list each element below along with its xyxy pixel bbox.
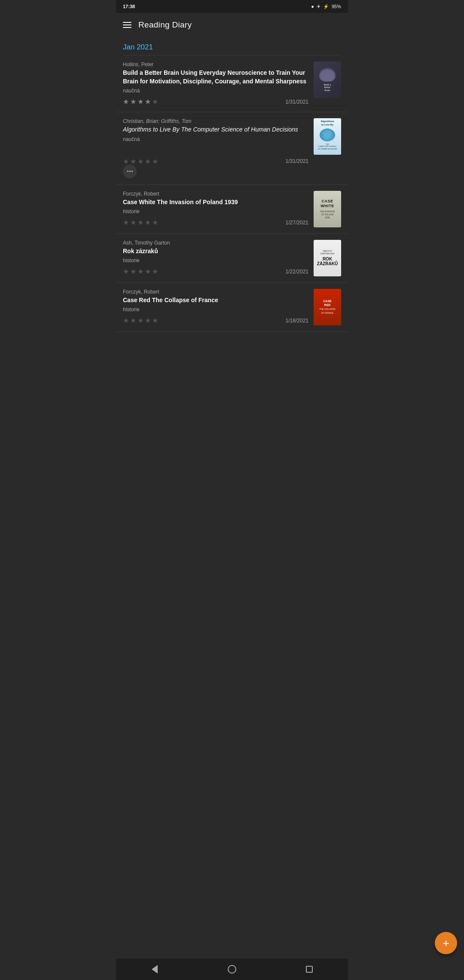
star-4: ★ xyxy=(145,267,151,276)
book-genre: naučná xyxy=(123,88,308,94)
book-date: 1/27/2021 xyxy=(286,220,308,226)
book-genre: naučná xyxy=(123,136,308,142)
book-title: Algorithms to Live By The Computer Scien… xyxy=(123,126,308,134)
book-footer: ★ ★ ★ ★ ★ 1/22/2021 xyxy=(123,267,308,276)
book-cover: TIMOTHYGARTON ASH ROKZÁZRAKŮ xyxy=(314,240,341,276)
star-5: ★ xyxy=(152,316,158,325)
star-2: ★ xyxy=(130,218,136,227)
book-genre: historie xyxy=(123,306,308,312)
star-3: ★ xyxy=(137,98,143,106)
status-bar: 17:38 ● ✈ ⚡ 95% xyxy=(116,0,348,13)
book-cover: Build aBetterBrain xyxy=(314,61,341,98)
section-month-label: Jan 2021 xyxy=(123,43,153,51)
star-2: ★ xyxy=(130,157,136,165)
book-author: Hollins, Peter xyxy=(123,61,308,67)
star-1: ★ xyxy=(123,316,129,325)
book-footer: ★ ★ ★ ★ ★ 1/18/2021 xyxy=(123,316,308,325)
book-author: Christian, Brian; Griffiths, Tom xyxy=(123,118,308,124)
menu-button[interactable] xyxy=(123,22,131,28)
star-3: ★ xyxy=(137,157,143,165)
book-cover: CASEWHITE THE INVASIONOF POLAND1939 xyxy=(314,191,341,227)
star-2: ★ xyxy=(130,316,136,325)
book-rating: ★ ★ ★ ★ ★ xyxy=(123,267,158,276)
book-info: Christian, Brian; Griffiths, Tom Algorit… xyxy=(123,118,308,178)
book-entry[interactable]: Hollins, Peter Build a Better Brain Usin… xyxy=(116,55,348,112)
star-5: ★ xyxy=(152,98,158,106)
book-rating: ★ ★ ★ ★ ★ xyxy=(123,316,158,325)
star-2: ★ xyxy=(130,267,136,276)
book-author: Forczyk, Robert xyxy=(123,289,308,295)
star-3: ★ xyxy=(137,316,143,325)
book-entry[interactable]: Forczyk, Robert Case White The Invasion … xyxy=(116,185,348,234)
book-rating: ★ ★ ★ ★ ★ xyxy=(123,157,158,165)
star-5: ★ xyxy=(152,267,158,276)
star-3: ★ xyxy=(137,267,143,276)
book-title: Case Red The Collapse of France xyxy=(123,296,308,305)
star-5: ★ xyxy=(152,218,158,227)
more-options-dots-icon xyxy=(127,171,133,172)
star-3: ★ xyxy=(137,218,143,227)
book-entry[interactable]: Ash, Timothy Garton Rok zázraků historie… xyxy=(116,234,348,283)
app-bar: Reading Diary xyxy=(116,13,348,37)
star-1: ★ xyxy=(123,218,129,227)
book-date: 1/31/2021 xyxy=(286,99,308,105)
book-info: Forczyk, Robert Case Red The Collapse of… xyxy=(123,289,308,325)
battery-percent: 95% xyxy=(332,4,341,9)
book-info: Hollins, Peter Build a Better Brain Usin… xyxy=(123,61,308,106)
book-genre: historie xyxy=(123,208,308,214)
book-footer: ★ ★ ★ ★ ★ 1/27/2021 xyxy=(123,218,308,227)
book-genre: historie xyxy=(123,257,308,263)
book-cover: CASEREDTHE COLLAPSEOF FRANCE xyxy=(314,289,341,325)
section-header: Jan 2021 xyxy=(116,37,348,55)
book-date: 1/18/2021 xyxy=(286,318,308,324)
star-1: ★ xyxy=(123,157,129,165)
book-rating: ★ ★ ★ ★ ★ xyxy=(123,98,158,106)
star-5: ★ xyxy=(152,157,158,165)
book-date: 1/22/2021 xyxy=(286,269,308,275)
book-info: Forczyk, Robert Case White The Invasion … xyxy=(123,191,308,227)
star-4: ★ xyxy=(145,98,151,106)
book-title: Rok zázraků xyxy=(123,247,308,256)
app-title: Reading Diary xyxy=(138,20,192,30)
star-1: ★ xyxy=(123,267,129,276)
star-4: ★ xyxy=(145,218,151,227)
book-author: Ash, Timothy Garton xyxy=(123,240,308,246)
book-title: Build a Better Brain Using Everyday Neur… xyxy=(123,69,308,86)
charging-icon: ⚡ xyxy=(323,4,329,9)
book-entry[interactable]: Christian, Brian; Griffiths, Tom Algorit… xyxy=(116,112,348,185)
book-footer: ★ ★ ★ ★ ★ 1/31/2021 xyxy=(123,157,308,165)
book-rating: ★ ★ ★ ★ ★ xyxy=(123,218,158,227)
status-icons: ● ✈ ⚡ 95% xyxy=(311,4,341,9)
main-content: Jan 2021 Hollins, Peter Build a Better B… xyxy=(116,37,348,383)
book-info: Ash, Timothy Garton Rok zázraků historie… xyxy=(123,240,308,276)
book-author: Forczyk, Robert xyxy=(123,191,308,197)
star-4: ★ xyxy=(145,316,151,325)
signal-icon: ● xyxy=(311,4,314,9)
more-options-button[interactable] xyxy=(123,165,137,178)
star-1: ★ xyxy=(123,98,129,106)
book-title: Case White The Invasion of Poland 1939 xyxy=(123,198,308,207)
status-time: 17:38 xyxy=(123,4,135,9)
star-2: ★ xyxy=(130,98,136,106)
airplane-icon: ✈ xyxy=(317,4,321,9)
star-4: ★ xyxy=(145,157,151,165)
book-footer: ★ ★ ★ ★ ★ 1/31/2021 xyxy=(123,98,308,106)
book-entry[interactable]: Forczyk, Robert Case Red The Collapse of… xyxy=(116,283,348,332)
book-cover: Algorithmsto Live By THECOMPUTER SCIENCE… xyxy=(314,118,341,155)
book-date: 1/31/2021 xyxy=(286,158,308,164)
